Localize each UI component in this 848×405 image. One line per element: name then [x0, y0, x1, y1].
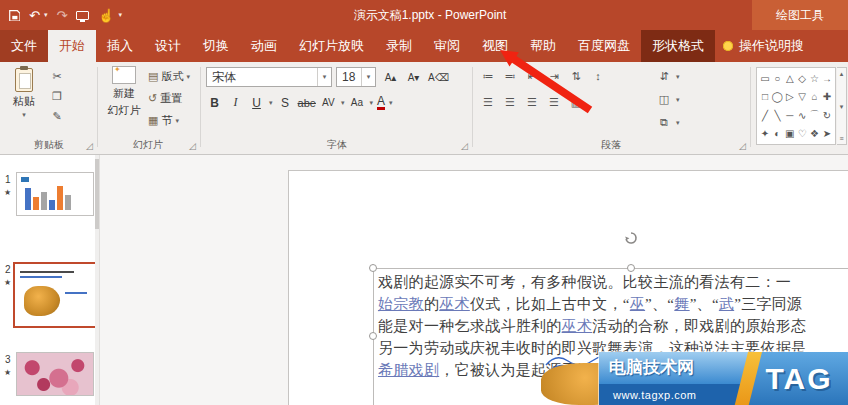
font-name-dropdown-icon[interactable]: ▾ — [317, 68, 331, 86]
font-color-button[interactable]: A — [377, 95, 385, 110]
hyperlink[interactable]: 巫术 — [439, 296, 470, 312]
tab-shape-format[interactable]: 形状格式 — [641, 30, 715, 62]
font-size-dropdown-icon[interactable]: ▾ — [361, 68, 375, 86]
hyperlink[interactable]: 巫术 — [562, 318, 593, 334]
shape-plus-icon[interactable]: ✚ — [821, 89, 833, 105]
line-spacing-button[interactable]: ⇅ — [567, 67, 585, 85]
shape-frame-icon[interactable]: ▣ — [784, 126, 796, 142]
resize-handle-top-middle[interactable] — [627, 264, 635, 272]
tab-review[interactable]: 审阅 — [423, 30, 471, 62]
increase-indent-button[interactable]: ⇥ — [545, 67, 563, 85]
shape-rectangle-icon[interactable]: ▭ — [759, 70, 771, 86]
align-text-button[interactable]: ◫▾ — [655, 91, 680, 108]
font-color-dropdown-icon[interactable]: ▾ — [389, 99, 393, 107]
shape-circle-icon[interactable]: ◯ — [771, 89, 783, 105]
undo-icon[interactable]: ↶ — [29, 9, 40, 22]
shape-star4-icon[interactable]: ✦ — [759, 126, 771, 142]
columns-button[interactable]: ▥ — [567, 93, 585, 111]
hyperlink[interactable]: 始宗教 — [378, 296, 424, 312]
format-painter-icon[interactable]: ✎ — [48, 108, 66, 125]
reset-button[interactable]: ↺重置 — [148, 90, 190, 107]
tab-home[interactable]: 开始 — [48, 30, 96, 62]
hyperlink[interactable]: 舞 — [674, 296, 689, 312]
convert-smartart-button[interactable]: ⧉▾ — [655, 114, 680, 131]
decrease-font-size-button[interactable]: A▾ — [405, 68, 422, 87]
underline-button[interactable]: U — [248, 93, 265, 112]
hyperlink[interactable]: 希腊戏剧 — [378, 362, 439, 378]
shape-heart-icon[interactable]: ♡ — [796, 126, 808, 142]
layout-button[interactable]: ▤版式▾ — [148, 68, 190, 85]
hyperlink[interactable]: 巫 — [630, 296, 645, 312]
font-size-combo[interactable]: 18 ▾ — [336, 67, 376, 87]
paste-dropdown-icon[interactable]: ▾ — [22, 111, 26, 119]
font-name-combo[interactable]: 宋体 ▾ — [206, 67, 332, 87]
tab-baidu-netdisk[interactable]: 百度网盘 — [567, 30, 641, 62]
clear-formatting-button[interactable]: A⌫ — [428, 68, 449, 87]
clipboard-dialog-launcher-icon[interactable]: ◿ — [86, 142, 93, 151]
cut-icon[interactable]: ✂ — [48, 68, 66, 85]
tab-transitions[interactable]: 切换 — [192, 30, 240, 62]
shape-line-icon[interactable]: ╱ — [759, 107, 771, 123]
text-spacing-button[interactable]: ↕ — [589, 67, 607, 85]
justify-button[interactable]: ☰ — [545, 93, 563, 111]
strikethrough-button[interactable]: abe — [298, 93, 316, 112]
character-spacing-dropdown-icon[interactable]: ▾ — [341, 99, 345, 107]
resize-handle-top-left[interactable] — [369, 264, 377, 272]
shape-loop-icon[interactable]: ↻ — [821, 107, 833, 123]
scrollbar-thumb[interactable] — [95, 159, 99, 229]
tell-me-search[interactable]: 操作说明搜 — [715, 30, 812, 62]
shape-gallery-more-icon[interactable]: ≡ — [839, 135, 843, 142]
slide-2-thumbnail-selected[interactable] — [13, 262, 97, 328]
tab-record[interactable]: 录制 — [375, 30, 423, 62]
change-case-dropdown-icon[interactable]: ▾ — [369, 99, 373, 107]
shape-pointer-icon[interactable]: ➤ — [821, 126, 833, 142]
rotate-handle-icon[interactable] — [624, 231, 638, 245]
tab-design[interactable]: 设计 — [144, 30, 192, 62]
text-shadow-button[interactable]: S — [277, 93, 294, 112]
bold-button[interactable]: B — [206, 93, 223, 112]
hyperlink[interactable]: 武 — [719, 296, 734, 312]
undo-dropdown-icon[interactable]: ▾ — [44, 11, 48, 19]
qat-customize-icon[interactable]: ▾ — [119, 11, 123, 19]
slide-1-thumbnail[interactable] — [16, 172, 94, 216]
copy-icon[interactable]: ❐ — [48, 88, 66, 105]
numbering-button[interactable]: ≕ — [501, 67, 519, 85]
shape-arc-icon[interactable]: ⌒ — [809, 107, 821, 123]
shape-line2-icon[interactable]: ╲ — [771, 107, 783, 123]
tab-file[interactable]: 文件 — [0, 30, 48, 62]
resize-handle-left-middle[interactable] — [369, 332, 377, 340]
shape-decor-icon[interactable]: ❖ — [809, 126, 821, 142]
new-slide-button[interactable]: 新建 幻灯片 — [102, 66, 146, 118]
shape-diamond-icon[interactable]: ◇ — [796, 70, 808, 86]
character-spacing-button[interactable]: AV — [320, 93, 337, 112]
shape-curve-icon[interactable]: ∿ — [796, 107, 808, 123]
current-slide[interactable]: 戏剧的起源实不可考，有多种假说。比较主流的看法有二：一 始宗教的巫术仪式，比如上… — [288, 170, 848, 405]
tab-help[interactable]: 帮助 — [519, 30, 567, 62]
save-icon[interactable] — [8, 9, 20, 21]
section-button[interactable]: ▦节▾ — [148, 112, 190, 129]
shape-gallery[interactable]: ▭ ○ △ ◇ ☆ → □ ◯ ▷ ▽ ⌂ ✚ ╱ ╲ ─ ∿ ⌒ ↻ — [756, 67, 836, 145]
font-dialog-launcher-icon[interactable]: ◿ — [461, 142, 468, 151]
tab-insert[interactable]: 插入 — [96, 30, 144, 62]
decrease-indent-button[interactable]: ⇤ — [523, 67, 541, 85]
shape-triangle-icon[interactable]: △ — [784, 70, 796, 86]
bullets-button[interactable]: ≔ — [479, 67, 497, 85]
shape-halfcircle-icon[interactable]: ◐ — [771, 126, 783, 142]
shape-star-icon[interactable]: ☆ — [809, 70, 821, 86]
shape-ellipse-icon[interactable]: ○ — [771, 70, 783, 86]
increase-font-size-button[interactable]: A▴ — [382, 68, 399, 87]
shape-home-icon[interactable]: ⌂ — [809, 89, 821, 105]
shape-triangle-down-icon[interactable]: ▽ — [796, 89, 808, 105]
align-left-button[interactable]: ☰ — [479, 93, 497, 111]
align-center-button[interactable]: ☰ — [501, 93, 519, 111]
shape-square-icon[interactable]: □ — [759, 89, 771, 105]
slides-dialog-launcher-icon[interactable]: ◿ — [189, 142, 196, 151]
italic-button[interactable]: I — [227, 93, 244, 112]
paragraph-dialog-launcher-icon[interactable]: ◿ — [739, 142, 746, 151]
tab-animations[interactable]: 动画 — [240, 30, 288, 62]
tab-slideshow[interactable]: 幻灯片放映 — [288, 30, 375, 62]
underline-dropdown-icon[interactable]: ▾ — [269, 99, 273, 107]
paste-button[interactable]: 粘贴 ▾ — [6, 66, 42, 119]
touch-mode-icon[interactable]: ☝ — [98, 9, 114, 22]
shape-triangle-right-icon[interactable]: ▷ — [784, 89, 796, 105]
